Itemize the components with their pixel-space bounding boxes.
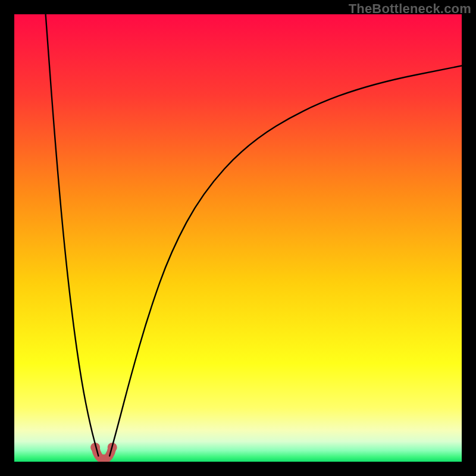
chart-background xyxy=(14,14,462,462)
bottleneck-chart xyxy=(14,14,462,462)
chart-frame xyxy=(14,14,462,462)
attribution-text: TheBottleneck.com xyxy=(349,1,471,17)
